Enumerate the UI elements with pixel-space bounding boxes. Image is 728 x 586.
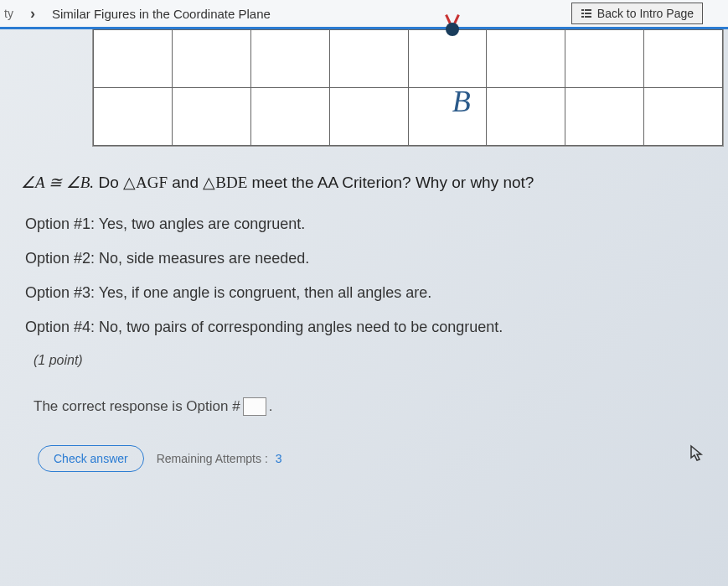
points-label: (1 point) [21,353,707,368]
list-icon [581,8,592,19]
header-bar: ty › Similar Figures in the Coordinate P… [0,0,728,29]
svg-rect-1 [585,9,591,11]
response-suffix: . [269,398,273,415]
point-b-label: B [452,84,471,119]
svg-rect-2 [581,13,584,14]
option-1: Option #1: Yes, two angles are congruent… [21,215,707,233]
response-line: The correct response is Option # . [21,397,707,416]
option-2: Option #2: No, side measures are needed. [21,250,707,267]
question-content: ∠A ≅ ∠B. Do △AGF and △BDE meet the AA Cr… [0,147,728,480]
remaining-attempts: Remaining Attempts : 3 [157,452,282,465]
svg-rect-5 [585,16,591,18]
chevron-right-icon: › [30,5,35,23]
option-3: Option #3: Yes, if one angle is congruen… [21,284,707,302]
footer-row: Check answer Remaining Attempts : 3 [21,445,707,472]
answer-input[interactable] [243,397,266,416]
grid-table [93,29,723,146]
point-b-marker [446,23,459,36]
coordinate-grid: B [92,29,724,147]
check-answer-button[interactable]: Check answer [38,445,144,472]
response-prefix: The correct response is Option # [34,398,240,415]
breadcrumb-prev: ty [0,7,13,20]
cursor-icon [689,444,705,467]
svg-rect-3 [585,13,591,14]
back-button-label: Back to Intro Page [597,7,694,20]
svg-rect-4 [581,16,584,18]
breadcrumb-title: Similar Figures in the Coordinate Plane [52,7,271,21]
question-text: ∠A ≅ ∠B. Do △AGF and △BDE meet the AA Cr… [21,172,707,194]
option-4: Option #4: No, two pairs of correspondin… [21,319,707,336]
svg-rect-0 [581,9,584,11]
back-to-intro-button[interactable]: Back to Intro Page [571,3,703,24]
